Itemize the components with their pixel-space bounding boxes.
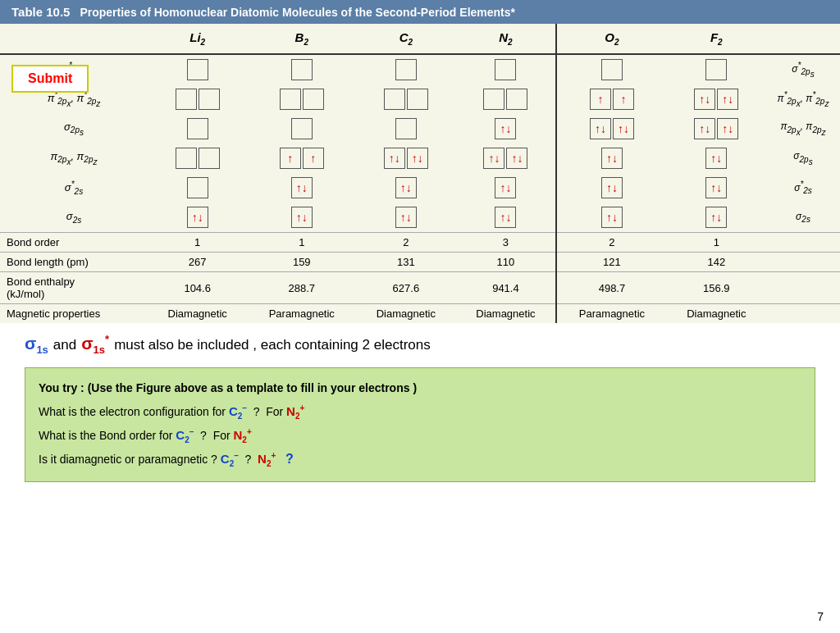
col-n2: N2 [456, 24, 557, 54]
magnetic-properties-row: Magnetic properties Diamagnetic Paramagn… [0, 304, 840, 324]
orb-f2-sigma2ps [705, 59, 727, 80]
bond-enthalpy-row: Bond enthalpy(kJ/mol) 104.6 288.7 627.6 … [0, 272, 840, 304]
n2-plus-label: N2 [286, 404, 299, 418]
orb-o2-sigma2ps [601, 59, 623, 80]
col-b2: B2 [247, 24, 356, 54]
c2-minus-mag-label: C2 [221, 452, 234, 466]
col-f2: F2 [667, 24, 766, 54]
orbital-row-sigma-2ps: σ2ps ↑↓ ↑↓↑↓ ↑↓↑↓ π2px, π2pz [0, 114, 840, 143]
table-header: Table 10.5 Properties of Homonuclear Dia… [0, 0, 840, 24]
sigma-1s-label: σ1s [25, 334, 48, 356]
orbital-row-sigma-2s: σ2s ↑↓ ↑↓ ↑↓ ↑↓ ↑↓ ↑↓ σ2s [0, 203, 840, 233]
c2-minus-bond-label: C2 [176, 428, 189, 442]
col-o2: O2 [556, 24, 666, 54]
table-container: Submit Li2 B2 C2 N2 O2 F2 σ*2ps [0, 24, 840, 323]
submit-button[interactable]: Submit [11, 65, 89, 93]
bond-order-row: Bond order 1 1 2 3 2 1 [0, 233, 840, 253]
sigma-rest-text: must also be included , each containing … [114, 337, 431, 353]
orb-b2-sigma2ps [291, 59, 313, 80]
page-number: 7 [817, 610, 824, 623]
exercise-line4: Is it diamagnetic or paramagnetic ? C2– … [39, 448, 801, 471]
col-c2: C2 [356, 24, 455, 54]
c2-minus-label: C2 [229, 404, 242, 418]
sigma-statement: σ1s and σ1s* must also be included , eac… [25, 333, 815, 356]
table-title: Properties of Homonuclear Diatomic Molec… [80, 6, 515, 19]
sigma-1s-star-label: σ1s* [81, 333, 109, 356]
orb-li2-sigma2ps [187, 59, 208, 80]
orb-n2-sigma2ps [495, 59, 516, 80]
exercise-box: You try : (Use the Figure above as a tem… [25, 367, 815, 482]
orb-c2-sigma2ps [395, 59, 417, 80]
orbital-row-pi-star-2p: π*2px, π*2pz ↑↑ ↑↓↑↓ [0, 84, 840, 114]
molecular-table: Li2 B2 C2 N2 O2 F2 σ*2ps σ*2p [0, 24, 840, 323]
exercise-line3: What is the Bond order for C2– ? For N2+ [39, 424, 801, 448]
orbital-row-sigma-star-2s: σ*2s ↑↓ ↑↓ ↑↓ ↑↓ ↑↓ σ*2s [0, 173, 840, 203]
col-li2: Li2 [148, 24, 247, 54]
bond-length-row: Bond length (pm) 267 159 131 110 121 142 [0, 253, 840, 272]
bottom-area: σ1s and σ1s* must also be included , eac… [0, 323, 840, 489]
and-text: and [53, 337, 76, 353]
n2-plus-mag-label: N2 [258, 452, 271, 466]
table-label: Table 10.5 [11, 5, 70, 19]
exercise-line2: What is the electron configuration for C… [39, 400, 801, 424]
n2-plus-bond-label: N2 [234, 428, 247, 442]
exercise-title: You try : (Use the Figure above as a tem… [39, 378, 801, 398]
orbital-row-pi-2p: π2px, π2pz ↑↑ ↑↓↑↓ ↑↓↑↓ ↑↓ ↑↓ [0, 143, 840, 173]
orbital-row-sigma-star-2ps: σ*2ps σ*2ps [0, 54, 840, 84]
